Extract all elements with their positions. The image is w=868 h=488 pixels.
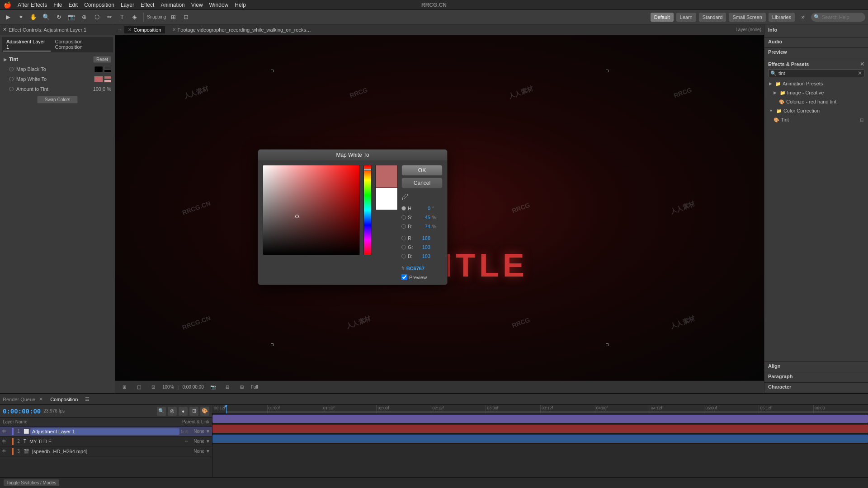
tl-search-btn[interactable]: 🔍 [157, 407, 166, 416]
amount-value[interactable]: 100.0 % [89, 86, 111, 92]
layer-3-parent-arrow[interactable]: ▼ [206, 449, 210, 454]
render-queue-tab[interactable]: Render Queue [3, 397, 35, 402]
tl-paint-btn[interactable]: 🎨 [200, 407, 209, 416]
layer-row-2[interactable]: 👁 2 T MY TITLE ✏ None ▼ [0, 436, 212, 446]
tl-comp-btn[interactable]: ⊞ [189, 407, 198, 416]
red-value[interactable]: 188 [418, 235, 430, 241]
layer-3-vis[interactable]: 👁 [2, 449, 6, 454]
tool-select[interactable]: ▶ [3, 12, 14, 23]
tool-pen[interactable]: ✦ [15, 12, 26, 23]
green-radio[interactable] [401, 245, 406, 249]
zoom-level[interactable]: 100% [162, 385, 174, 389]
composition-timeline-tab[interactable]: Composition [47, 396, 81, 403]
menu-after-effects[interactable]: After Effects [18, 2, 47, 8]
layer-3-name[interactable]: [speedb--HD_H264.mp4] [30, 449, 189, 454]
comp-region-btn[interactable]: ⊟ [222, 382, 233, 393]
workspace-small[interactable]: Small Screen [729, 13, 765, 22]
tool-rotate[interactable]: ↻ [53, 12, 64, 23]
menu-effect[interactable]: Effect [141, 2, 154, 8]
header-menu-icon[interactable]: ≡ [118, 27, 121, 33]
hex-value[interactable]: BC6767 [406, 266, 425, 271]
workspace-learn[interactable]: Learn [676, 13, 696, 22]
comp-snap-btn[interactable]: ⊡ [148, 382, 159, 393]
tool-shape[interactable]: ⬡ [91, 12, 102, 23]
tool-brush[interactable]: ✏ [104, 12, 115, 23]
preview-checkbox-input[interactable] [401, 274, 407, 280]
tool-hand[interactable]: ✋ [28, 12, 39, 23]
comp-camera-btn[interactable]: 📷 [208, 382, 218, 393]
eyedropper-icon[interactable]: 🖊 [401, 193, 443, 201]
layer-row-1[interactable]: 👁 1 ⬜ Adjustment Layer 1 fx ◎ None ▼ [0, 427, 212, 436]
layer-2-parent-arrow[interactable]: ▼ [206, 439, 210, 444]
layer-2-vis[interactable]: 👁 [2, 439, 6, 444]
layer-1-vis[interactable]: 👁 [2, 429, 6, 434]
track-2-bar[interactable] [212, 425, 868, 433]
blue-radio[interactable] [401, 254, 406, 258]
reset-button[interactable]: Reset [93, 56, 111, 63]
workspace-default[interactable]: Default [651, 13, 674, 22]
apple-logo[interactable]: 🍎 [4, 1, 11, 9]
tree-image-creative[interactable]: ▶ 📁 Image - Creative [768, 88, 864, 97]
blue-value[interactable]: 103 [418, 253, 430, 259]
tree-animation-presets[interactable]: ▶ 📁 Animation Presets [768, 79, 864, 88]
tab-composition-main[interactable]: ✕ Composition [124, 26, 165, 33]
tool-text[interactable]: T [117, 12, 127, 23]
layer-2-parent[interactable]: None [193, 439, 204, 444]
layer-row-3[interactable]: 👁 3 🎬 [speedb--HD_H264.mp4] None ▼ [0, 446, 212, 456]
effects-search-clear[interactable]: ✕ [858, 70, 862, 76]
tint-expand-icon[interactable]: ▶ [4, 57, 7, 62]
map-black-to-row[interactable]: Map Black To [2, 64, 113, 74]
layer-3-parent[interactable]: None [193, 449, 204, 454]
preview-checkbox-label[interactable]: Preview [401, 274, 443, 280]
dialog-cancel-button[interactable]: Cancel [401, 178, 443, 188]
menu-file[interactable]: File [53, 2, 62, 8]
comp-tab-close[interactable]: ✕ [128, 27, 132, 32]
swatch-old-color[interactable] [375, 188, 398, 210]
tool-anchor[interactable]: ⊕ [79, 12, 90, 23]
map-white-radio[interactable] [9, 77, 14, 81]
layer-1-motion-blur[interactable]: ◎ [185, 429, 189, 434]
tree-color-correction[interactable]: ▼ 📁 Color Correction [768, 106, 864, 115]
comp-grid-overlay-btn[interactable]: ⊞ [236, 382, 247, 393]
menu-window[interactable]: Window [209, 2, 229, 8]
menu-composition[interactable]: Composition [84, 2, 114, 8]
swap-colors-button[interactable]: Swap Colors [37, 96, 78, 103]
workspace-more[interactable]: » [797, 12, 808, 23]
tool-zoom[interactable]: 🔍 [41, 12, 52, 23]
search-box[interactable]: 🔍 [811, 13, 865, 22]
workspace-libraries[interactable]: Libraries [769, 13, 795, 22]
toggle-switches-button[interactable]: Toggle Switches / Modes [4, 479, 59, 486]
swatch-split-bottom[interactable] [104, 70, 111, 73]
menu-edit[interactable]: Edit [68, 2, 78, 8]
map-black-swatch-main[interactable] [94, 66, 103, 72]
bri-value[interactable]: 74 [418, 224, 430, 229]
snap-options[interactable]: ⊡ [180, 12, 191, 23]
map-white-to-row[interactable]: Map White To [2, 74, 113, 84]
track-3-bar[interactable] [212, 435, 868, 443]
tree-tint[interactable]: 🎨 Tint ⊟ [768, 115, 864, 124]
map-black-radio[interactable] [9, 67, 14, 71]
footage-tab-close[interactable]: ✕ [172, 27, 176, 32]
layer-1-parent-arrow[interactable]: ▼ [206, 429, 210, 434]
snap-toggle[interactable]: ⊞ [168, 12, 179, 23]
effects-panel-close[interactable]: ✕ [860, 61, 864, 67]
comp-close[interactable]: ☰ [85, 396, 90, 402]
comp-mask-btn[interactable]: ◫ [133, 382, 144, 393]
green-value[interactable]: 103 [418, 244, 430, 250]
tab-footage[interactable]: ✕ Footage videographer_recording_while_w… [169, 26, 317, 33]
workspace-standard[interactable]: Standard [699, 13, 726, 22]
search-input[interactable] [822, 14, 863, 20]
tab-composition[interactable]: Composition Composition [52, 38, 112, 52]
playhead[interactable] [226, 405, 226, 413]
menu-help[interactable]: Help [235, 2, 246, 8]
color-gradient-picker[interactable] [263, 165, 360, 255]
tl-solo-btn[interactable]: ◎ [168, 407, 177, 416]
effects-search[interactable]: 🔍 ✕ [768, 69, 864, 77]
amount-to-tint-row[interactable]: Amount to Tint 100.0 % [2, 84, 113, 94]
layer-1-parent[interactable]: None [193, 429, 204, 434]
tl-marker-btn[interactable]: ♦ [179, 407, 188, 416]
sat-value[interactable]: 45 [418, 215, 430, 220]
effects-search-input[interactable] [778, 70, 856, 76]
layer-1-name[interactable]: Adjustment Layer 1 [30, 428, 179, 435]
tree-colorize[interactable]: 🎨 Colorize - red hand tint [768, 97, 864, 106]
